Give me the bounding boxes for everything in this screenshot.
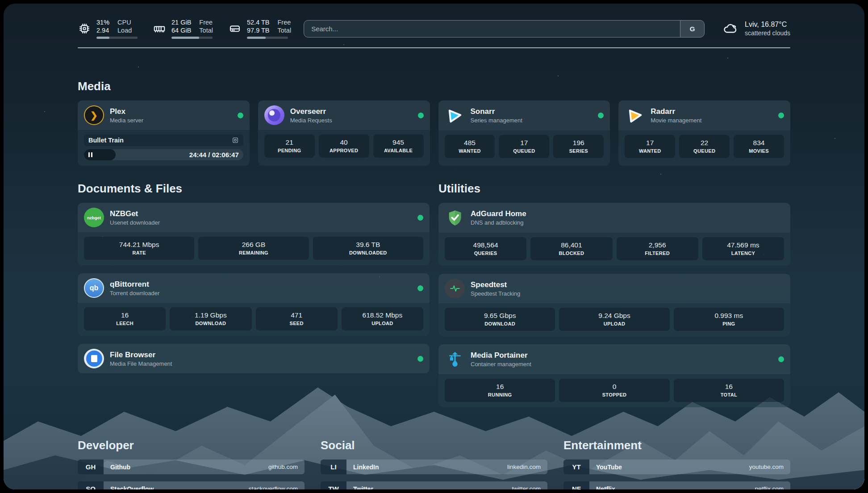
radarr-name: Radarr xyxy=(651,107,701,117)
speedtest-desc: Speedtest Tracking xyxy=(471,290,520,297)
portainer-desc: Container management xyxy=(471,360,531,368)
memory-total-label: Total xyxy=(199,26,213,34)
service-card-overseerr[interactable]: Overseerr Media Requests 21 PENDING 40 A… xyxy=(258,100,430,166)
sonarr-status-dot xyxy=(598,113,604,118)
speedtest-stat-upload: 9.24 Gbps UPLOAD xyxy=(559,308,669,331)
nzbget-icon: nzbget xyxy=(84,208,104,227)
disk-free-value: 52.4 TB xyxy=(247,18,270,26)
disk-total-label: Total xyxy=(278,26,292,34)
qbittorrent-icon: qb xyxy=(84,278,104,298)
service-card-radarr[interactable]: Radarr Movie management 17 WANTED 22 QUE… xyxy=(618,100,790,166)
service-card-filebrowser[interactable]: File Browser Media File Management xyxy=(78,344,430,373)
cpu-icon xyxy=(78,22,91,35)
weather-condition: scattered clouds xyxy=(745,29,790,38)
service-card-adguard[interactable]: AdGuard Home DNS and adblocking 498,564 … xyxy=(438,203,790,266)
cpu-progress-track xyxy=(96,37,138,39)
weather-location-temp: Lviv, 16.87°C xyxy=(745,20,790,29)
bookmark-twitter[interactable]: TW Twitter twitter.com xyxy=(321,481,547,489)
sonarr-stat-wanted: 485 WANTED xyxy=(445,135,495,158)
nzbget-status-dot xyxy=(417,215,423,221)
portainer-status-dot xyxy=(778,356,784,362)
bookmark-github[interactable]: GH Github github.com xyxy=(78,460,305,474)
cpu-percent: 31% xyxy=(96,18,109,26)
adguard-icon xyxy=(445,208,465,228)
sonarr-icon xyxy=(445,105,465,125)
plex-name: Plex xyxy=(110,107,143,117)
section-title-entertainment: Entertainment xyxy=(563,439,790,452)
portainer-icon xyxy=(445,349,465,369)
portainer-name: Media Portainer xyxy=(471,351,531,360)
dashboard-page: 31% 2.94 CPU Load xyxy=(0,0,868,493)
service-card-portainer[interactable]: Media Portainer Container management 16 … xyxy=(438,344,790,407)
resource-widgets: 31% 2.94 CPU Load xyxy=(78,18,291,39)
plex-status-dot xyxy=(238,113,243,118)
filebrowser-status-dot xyxy=(417,356,423,362)
section-title-utilities: Utilities xyxy=(438,182,790,196)
radarr-stat-movies: 834 MOVIES xyxy=(734,135,784,158)
filebrowser-desc: Media File Management xyxy=(110,360,172,368)
qbittorrent-status-dot xyxy=(417,285,423,291)
service-card-sonarr[interactable]: Sonarr Series management 485 WANTED 17 Q… xyxy=(438,100,610,166)
qbittorrent-stat-leech: 16 LEECH xyxy=(84,307,166,330)
filebrowser-name: File Browser xyxy=(110,350,172,360)
memory-free-value: 21 GiB xyxy=(171,18,191,26)
portainer-stat-running: 16 RUNNING xyxy=(445,379,555,402)
sonarr-desc: Series management xyxy=(471,117,522,124)
dashboard-frame: 31% 2.94 CPU Load xyxy=(4,4,864,489)
memory-progress-fill xyxy=(171,37,199,39)
search-input[interactable] xyxy=(304,21,680,37)
portainer-stat-stopped: 0 STOPPED xyxy=(559,379,669,402)
adguard-stat-latency: 47.569 ms LATENCY xyxy=(702,237,784,260)
service-card-nzbget[interactable]: nzbget NZBGet Usenet downloader 744.21 M… xyxy=(78,203,430,265)
sonarr-name: Sonarr xyxy=(471,107,522,117)
adguard-stat-queries: 498,564 QUERIES xyxy=(445,237,526,260)
disk-total-value: 97.9 TB xyxy=(247,26,270,34)
speedtest-icon xyxy=(445,279,465,298)
bookmark-netflix-abbr: NF xyxy=(563,481,589,489)
qbittorrent-stat-seed: 471 SEED xyxy=(256,307,338,330)
adguard-desc: DNS and adblocking xyxy=(471,219,526,226)
memory-icon xyxy=(153,22,166,35)
speedtest-name: Speedtest xyxy=(471,280,520,290)
memory-progress-track xyxy=(171,37,213,39)
speedtest-stat-download: 9.65 Gbps DOWNLOAD xyxy=(445,308,555,331)
service-card-speedtest[interactable]: Speedtest Speedtest Tracking 9.65 Gbps D… xyxy=(438,274,790,336)
bookmark-stackoverflow[interactable]: SO StackOverflow stackoverflow.com xyxy=(78,481,305,489)
radarr-stat-queued: 22 QUEUED xyxy=(679,135,730,158)
memory-widget: 21 GiB 64 GiB Free Total xyxy=(153,18,213,39)
bookmark-group-developer: Developer GH Github github.com SO StackO… xyxy=(78,439,305,489)
qbittorrent-stat-upload: 618.52 Mbps UPLOAD xyxy=(342,307,423,330)
nzbget-name: NZBGet xyxy=(110,209,160,219)
overseerr-desc: Media Requests xyxy=(290,117,332,124)
overseerr-stat-pending: 21 PENDING xyxy=(264,134,315,158)
bookmark-stackoverflow-abbr: SO xyxy=(78,481,104,489)
overseerr-stat-available: 945 AVAILABLE xyxy=(373,134,424,158)
cloud-icon xyxy=(722,21,739,37)
service-card-plex[interactable]: ❯ Plex Media server Bullet Train xyxy=(78,100,250,166)
plex-desc: Media server xyxy=(110,117,143,124)
bookmark-github-abbr: GH xyxy=(78,460,104,474)
search-provider-button[interactable]: G xyxy=(680,21,704,37)
bookmark-youtube[interactable]: YT YouTube youtube.com xyxy=(563,460,790,474)
bookmark-netflix[interactable]: NF Netflix netflix.com xyxy=(563,481,790,489)
section-title-documents: Documents & Files xyxy=(78,182,430,196)
bookmark-youtube-abbr: YT xyxy=(563,460,589,474)
overseerr-icon xyxy=(264,105,284,125)
snow-specks xyxy=(4,4,5,5)
disk-progress-track xyxy=(247,37,288,39)
bookmark-group-entertainment: Entertainment YT YouTube youtube.com NF … xyxy=(563,439,790,489)
media-card-grid: ❯ Plex Media server Bullet Train xyxy=(78,100,790,166)
nzbget-stat-downloaded: 39.6 TB DOWNLOADED xyxy=(313,237,423,260)
plex-playback-fill xyxy=(84,149,116,160)
search-box: G xyxy=(304,20,705,38)
memory-free-label: Free xyxy=(199,18,213,26)
weather-widget[interactable]: Lviv, 16.87°C scattered clouds xyxy=(722,20,790,38)
bookmark-group-social: Social LI LinkedIn linkedin.com TW Twitt… xyxy=(321,439,547,489)
plex-icon: ❯ xyxy=(84,105,104,125)
portainer-stat-total: 16 TOTAL xyxy=(674,379,784,402)
radarr-icon xyxy=(625,105,645,125)
service-card-qbittorrent[interactable]: qb qBittorrent Torrent downloader 16 LEE… xyxy=(78,273,430,336)
bookmark-linkedin[interactable]: LI LinkedIn linkedin.com xyxy=(321,460,547,474)
plex-playback-progress: 24:44 / 02:06:47 xyxy=(84,149,243,160)
nzbget-desc: Usenet downloader xyxy=(110,219,160,226)
